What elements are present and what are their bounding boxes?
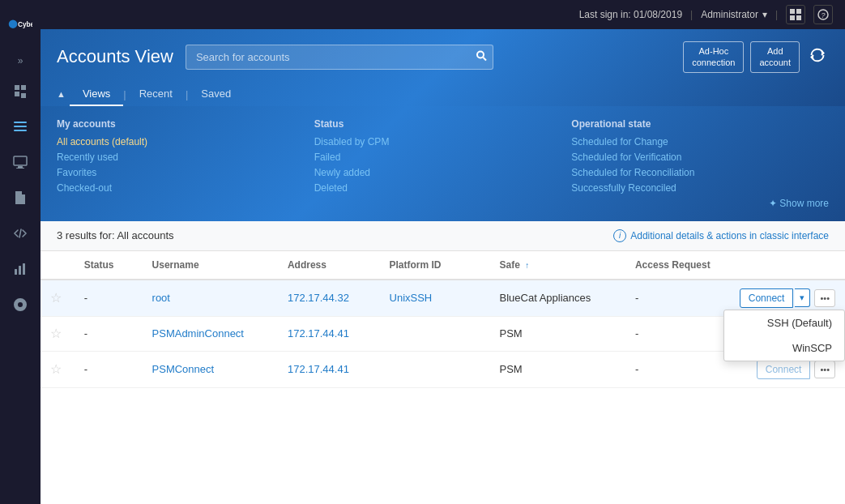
search-bar — [186, 45, 493, 70]
svg-rect-7 — [16, 168, 24, 169]
row2-status-cell: - — [75, 316, 143, 351]
tab-saved[interactable]: Saved — [188, 83, 244, 106]
row1-username-link[interactable]: root — [152, 292, 170, 304]
row3-username-link[interactable]: PSMConnect — [152, 363, 215, 375]
table-header-row: Status Username Address Platform ID Safe… — [41, 251, 845, 280]
view-scheduled-verification[interactable]: Scheduled for Verification — [571, 152, 829, 163]
tabs-arrow-icon: ▲ — [57, 89, 66, 99]
sidebar-item-dev[interactable] — [4, 217, 36, 250]
last-sign-text: Last sign in: 01/08/2019 — [579, 9, 682, 20]
row1-actions-cell: Connect ▾ ••• SSH (Default) WinSCP — [724, 280, 845, 317]
classic-link[interactable]: i Additional details & actions in classi… — [613, 229, 829, 242]
row2-address-link[interactable]: 172.17.44.41 — [288, 327, 349, 340]
row3-status-cell: - — [75, 351, 143, 387]
row1-address-link[interactable]: 172.17.44.32 — [288, 292, 349, 304]
grid-icon[interactable] — [786, 5, 805, 24]
sidebar-item-monitor[interactable] — [4, 146, 36, 178]
sidebar-item-reports[interactable] — [4, 253, 36, 285]
views-panel: My accounts All accounts (default) Recen… — [41, 106, 845, 221]
col-status-header: Status — [75, 251, 143, 280]
page-title: Accounts View — [57, 46, 173, 67]
svg-rect-6 — [18, 166, 23, 168]
main-content: Last sign in: 01/08/2019 | Administrator… — [41, 0, 845, 504]
tab-recent[interactable]: Recent — [126, 83, 186, 106]
row3-platform-cell — [380, 351, 490, 387]
app-logo: CyberArk — [0, 8, 41, 41]
view-disabled-cpm[interactable]: Disabled by CPM — [314, 136, 572, 147]
row1-safe-cell: BlueCat Appliances — [490, 280, 625, 317]
row1-username-cell: root — [143, 280, 278, 317]
user-arrow-icon: ▾ — [762, 9, 767, 20]
col-actions-header — [724, 251, 845, 280]
sidebar-item-files[interactable] — [4, 182, 36, 214]
view-recently-used[interactable]: Recently used — [57, 152, 314, 163]
header-actions: Ad-Hoc connection Add account — [683, 41, 829, 73]
col-access-header: Access Request — [625, 251, 724, 280]
row3-connect-group: Connect ••• — [734, 360, 835, 379]
sidebar: CyberArk » — [0, 0, 41, 504]
svg-rect-13 — [790, 15, 795, 20]
svg-rect-10 — [23, 263, 25, 275]
show-more-button[interactable]: ✦ Show more — [571, 198, 829, 209]
dropdown-item-winscp[interactable]: WinSCP — [724, 335, 844, 361]
col-safe-header[interactable]: Safe ↑ — [490, 251, 625, 280]
view-newly-added[interactable]: Newly added — [314, 167, 572, 178]
add-account-button[interactable]: Add account — [750, 41, 800, 73]
row2-star-button[interactable]: ☆ — [50, 327, 62, 340]
row1-platform-link[interactable]: UnixSSH — [390, 292, 433, 304]
sidebar-expand-btn[interactable]: » — [18, 55, 23, 66]
results-bar: 3 results for: All accounts i Additional… — [41, 221, 845, 251]
row1-access-cell: - — [625, 280, 724, 317]
svg-text:CyberArk: CyberArk — [18, 21, 32, 28]
row1-star-button[interactable]: ☆ — [50, 291, 62, 305]
view-checked-out[interactable]: Checked-out — [57, 182, 314, 194]
view-favorites[interactable]: Favorites — [57, 167, 314, 178]
row2-username-link[interactable]: PSMAdminConnect — [152, 327, 244, 340]
view-deleted[interactable]: Deleted — [314, 182, 572, 194]
row3-star-button[interactable]: ☆ — [50, 362, 62, 376]
row3-address-link[interactable]: 172.17.44.41 — [288, 363, 349, 375]
sidebar-item-settings[interactable] — [4, 288, 36, 321]
row2-platform-cell — [380, 316, 490, 351]
adhoc-connection-button[interactable]: Ad-Hoc connection — [683, 41, 744, 73]
connect-dropdown-button[interactable]: ▾ — [795, 288, 810, 307]
help-icon[interactable]: ? — [813, 5, 833, 24]
view-all-accounts[interactable]: All accounts (default) — [57, 136, 314, 147]
svg-point-0 — [9, 19, 18, 28]
views-columns: My accounts All accounts (default) Recen… — [57, 118, 829, 209]
svg-rect-4 — [14, 130, 27, 131]
view-failed[interactable]: Failed — [314, 152, 572, 163]
row1-status-cell: - — [75, 280, 143, 317]
topbar-divider: | — [690, 9, 693, 20]
refresh-button[interactable] — [806, 41, 829, 73]
row3-more-button[interactable]: ••• — [814, 361, 835, 378]
connect-button[interactable]: Connect — [740, 288, 794, 308]
info-icon: i — [613, 229, 626, 242]
search-input[interactable] — [186, 45, 493, 70]
connect-dropdown-menu: SSH (Default) WinSCP — [723, 310, 845, 361]
row1-more-button[interactable]: ••• — [814, 289, 835, 307]
row3-star-cell: ☆ — [41, 351, 75, 387]
row2-access-cell: - — [625, 316, 724, 351]
sidebar-item-accounts[interactable] — [4, 110, 36, 143]
row3-address-cell: 172.17.44.41 — [278, 351, 380, 387]
operational-header: Operational state — [571, 118, 829, 130]
row3-connect-button[interactable]: Connect — [757, 360, 811, 379]
row1-connect-group: Connect ▾ ••• — [734, 288, 835, 308]
row1-star-cell: ☆ — [41, 280, 75, 317]
status-header: Status — [314, 118, 572, 130]
row3-safe-cell: PSM — [490, 351, 625, 387]
view-successfully-reconciled[interactable]: Successfully Reconciled — [571, 182, 829, 194]
search-icon[interactable] — [476, 50, 487, 64]
dropdown-item-ssh[interactable]: SSH (Default) — [724, 310, 844, 335]
topbar: Last sign in: 01/08/2019 | Administrator… — [41, 0, 845, 29]
view-scheduled-reconciliation[interactable]: Scheduled for Reconciliation — [571, 167, 829, 178]
views-col-status: Status Disabled by CPM Failed Newly adde… — [314, 118, 572, 209]
user-menu[interactable]: Administrator ▾ — [701, 9, 767, 20]
svg-line-18 — [483, 58, 486, 61]
view-scheduled-change[interactable]: Scheduled for Change — [571, 136, 829, 147]
show-more-arrow-icon: ✦ — [769, 198, 779, 209]
col-username-header: Username — [143, 251, 278, 280]
sidebar-item-dashboard[interactable] — [4, 75, 36, 107]
tab-views[interactable]: Views — [70, 83, 123, 106]
